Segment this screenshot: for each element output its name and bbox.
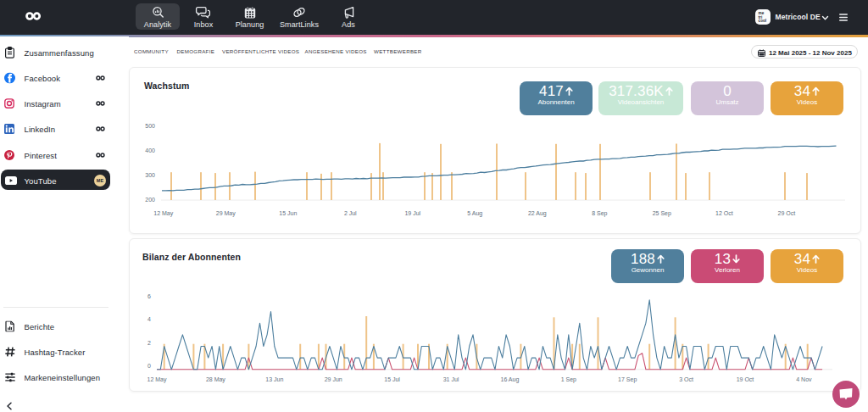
svg-text:8 Sep: 8 Sep — [592, 210, 607, 217]
svg-text:29 Jun: 29 Jun — [325, 376, 342, 382]
svg-text:22 Aug: 22 Aug — [528, 210, 547, 217]
svg-text:16 Aug: 16 Aug — [500, 376, 519, 383]
svg-text:400: 400 — [145, 148, 155, 153]
svg-text:12 May: 12 May — [147, 376, 167, 383]
svg-text:25 Sep: 25 Sep — [653, 210, 671, 217]
svg-text:500: 500 — [145, 123, 155, 129]
svg-text:200: 200 — [145, 197, 155, 203]
svg-text:28 May: 28 May — [206, 376, 225, 383]
svg-text:19 Oct: 19 Oct — [737, 376, 754, 382]
svg-text:3 Oct: 3 Oct — [679, 376, 693, 382]
svg-text:29 Oct: 29 Oct — [777, 210, 795, 216]
svg-text:12 May: 12 May — [153, 210, 173, 217]
svg-text:6: 6 — [147, 293, 151, 299]
svg-text:13 Jun: 13 Jun — [265, 376, 283, 382]
svg-text:12 Oct: 12 Oct — [715, 210, 733, 216]
svg-text:15 Jun: 15 Jun — [279, 210, 297, 216]
svg-text:1 Sep: 1 Sep — [561, 376, 576, 383]
svg-text:300: 300 — [145, 172, 155, 178]
svg-text:cool: cool — [759, 19, 766, 23]
svg-text:4: 4 — [147, 316, 151, 322]
svg-text:2: 2 — [147, 340, 151, 346]
svg-text:17 Sep: 17 Sep — [618, 376, 637, 383]
svg-text:15 Jul: 15 Jul — [384, 376, 400, 382]
svg-text:2 Jul: 2 Jul — [344, 210, 357, 216]
svg-text:19 Jul: 19 Jul — [404, 210, 420, 216]
svg-text:4 Nov: 4 Nov — [796, 376, 812, 382]
svg-text:29 May: 29 May — [216, 210, 236, 217]
svg-text:0: 0 — [147, 363, 151, 369]
svg-text:31 Jul: 31 Jul — [443, 376, 459, 382]
svg-text:5 Aug: 5 Aug — [467, 210, 482, 217]
